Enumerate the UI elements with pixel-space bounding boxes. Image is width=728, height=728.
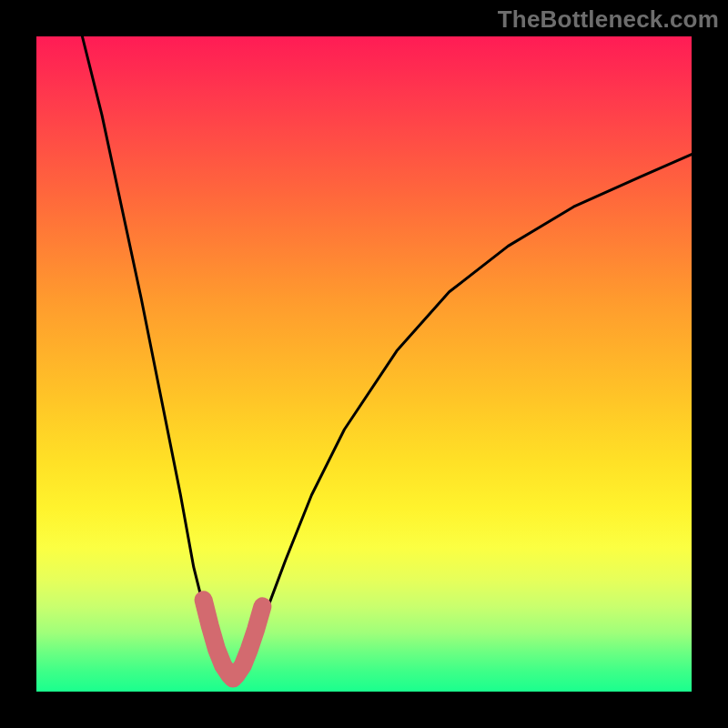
watermark-text: TheBottleneck.com — [498, 5, 719, 34]
bottleneck-curve — [82, 36, 692, 679]
plot-area — [36, 36, 692, 692]
sweet-spot-band — [204, 600, 263, 678]
chart-frame: TheBottleneck.com — [0, 0, 728, 728]
chart-svg — [36, 36, 692, 692]
